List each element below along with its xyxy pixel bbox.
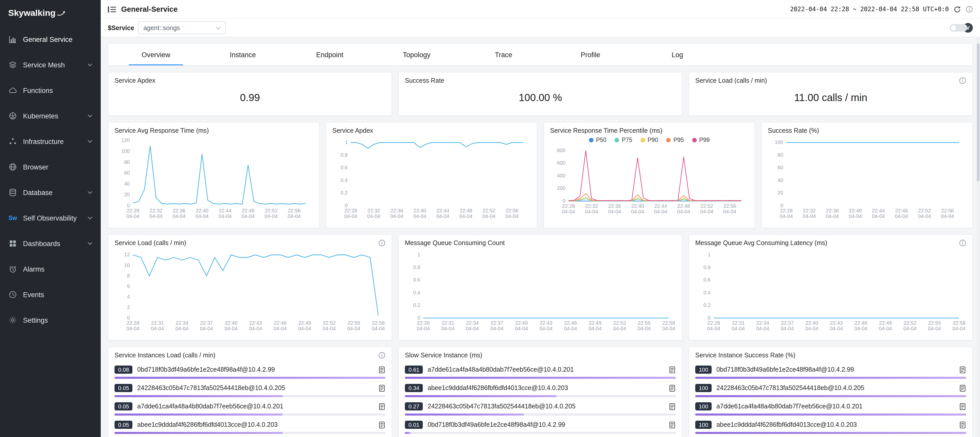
instance-name[interactable]: abee1c9dddaf4f6286fbf6dfd4013cce@10.4.0.… [137, 421, 374, 428]
instance-name[interactable]: 0bd718f0b3df49a6bfe1e2ce48f98a4f@10.4.2.… [716, 366, 955, 373]
copy-icon[interactable] [378, 402, 385, 410]
scrollbar-thumb[interactable] [977, 43, 980, 181]
metric-card-success-rate: Success Rate100.00 % [398, 72, 682, 116]
refresh-icon[interactable] [953, 5, 961, 13]
svg-text:22:56: 22:56 [723, 203, 736, 209]
svg-text:04-04: 04-04 [274, 326, 286, 331]
tab-topology[interactable]: Topology [373, 44, 460, 65]
sidebar-item-database[interactable]: Database [0, 180, 101, 205]
header-info-icon[interactable] [966, 6, 973, 13]
legend-item-p50[interactable]: P50 [589, 137, 606, 143]
copy-icon[interactable] [959, 366, 966, 374]
service-filter-label: $Service [108, 24, 134, 32]
page-scrollbar[interactable] [977, 37, 980, 437]
service-select[interactable]: agent::songs [138, 21, 226, 34]
sidebar-item-infrastructure[interactable]: Infrastructure [0, 129, 101, 154]
list-item-line: 0.61a7dde61ca4fa48a4b80dab7f7eeb56ce@10.… [405, 364, 676, 375]
instance-name[interactable]: abee1c9dddaf4f6286fbf6dfd4013cce@10.4.0.… [716, 421, 955, 428]
copy-icon[interactable] [378, 384, 385, 392]
legend-label: P50 [596, 137, 606, 143]
tab-instance[interactable]: Instance [199, 44, 286, 65]
svg-text:22:34: 22:34 [466, 320, 479, 326]
copy-icon[interactable] [669, 366, 676, 374]
info-icon[interactable] [378, 352, 385, 359]
tab-endpoint[interactable]: Endpoint [286, 44, 373, 65]
sidebar-item-alarms[interactable]: Alarms [0, 256, 101, 282]
progress-track [115, 432, 385, 434]
sidebar-item-label: Alarms [23, 265, 45, 273]
copy-icon[interactable] [378, 421, 385, 429]
tab-log[interactable]: Log [634, 44, 721, 65]
dashboard-content: OverviewInstanceEndpointTopologyTracePro… [101, 37, 980, 437]
info-icon[interactable] [959, 77, 966, 84]
instance-name[interactable]: 0bd718f0b3df49a6bfe1e2ce48f98a4f@10.4.2.… [137, 366, 374, 373]
legend-item-p95[interactable]: P95 [666, 137, 684, 143]
instance-name[interactable]: a7dde61ca4fa48a4b80dab7f7eeb56ce@10.4.0.… [137, 403, 374, 410]
legend-item-p90[interactable]: P90 [641, 137, 658, 143]
svg-text:0: 0 [345, 203, 348, 208]
svg-text:04-04: 04-04 [242, 214, 255, 219]
sidebar-item-self-observability[interactable]: SwSelf Observability [0, 205, 101, 231]
version-toggle[interactable]: V [950, 23, 973, 33]
copy-icon[interactable] [959, 421, 966, 429]
chart-card-message-queue-consuming-count: Message Queue Consuming Count00.20.40.60… [398, 234, 682, 340]
svg-text:22:49: 22:49 [589, 320, 601, 326]
metric-card-service-load-calls-min: Service Load (calls / min)11.00 calls / … [689, 72, 973, 116]
info-icon[interactable] [378, 239, 385, 247]
list-item: 0.0524228463c05b47c7813fa502544418eb@10.… [115, 382, 385, 397]
chart-card-service-load-calls-min: Service Load (calls / min)02468101222:28… [108, 234, 392, 340]
collapse-sidebar-icon[interactable] [108, 6, 116, 13]
instance-name[interactable]: 24228463c05b47c7813fa502544418eb@10.4.0.… [428, 403, 664, 410]
tab-trace[interactable]: Trace [460, 44, 547, 65]
sidebar-item-kubernetes[interactable]: Kubernetes [0, 103, 101, 129]
progress-track [695, 377, 966, 379]
card-title-row: Service Apdex [332, 127, 531, 134]
svg-text:04-04: 04-04 [264, 214, 278, 219]
copy-icon[interactable] [959, 384, 966, 392]
chart-canvas: 00.20.40.60.8122:2804-0422:3104-0422:340… [405, 248, 676, 333]
sidebar-item-label: Database [23, 188, 52, 196]
instance-name[interactable]: 0bd718f0b3df49a6bfe1e2ce48f98a4f@10.4.2.… [428, 421, 664, 428]
tab-overview[interactable]: Overview [113, 44, 199, 65]
value-badge: 100 [695, 421, 712, 429]
chevron-down-icon [88, 114, 92, 117]
svg-text:22:52: 22:52 [265, 208, 278, 214]
tab-profile[interactable]: Profile [547, 44, 634, 65]
chart-title: Service Apdex [332, 127, 373, 134]
legend-item-p75[interactable]: P75 [615, 137, 632, 143]
sidebar-item-dashboards[interactable]: Dashboards [0, 231, 101, 256]
copy-icon[interactable] [959, 402, 966, 410]
svg-text:0.8: 0.8 [340, 152, 348, 158]
sidebar-item-general-service[interactable]: General Service [0, 27, 101, 52]
series-apdex [351, 142, 523, 148]
sidebar-item-functions[interactable]: Functions [0, 78, 101, 103]
dots-icon [8, 137, 18, 146]
svg-text:0.4: 0.4 [703, 290, 711, 295]
svg-text:22:28: 22:28 [562, 203, 575, 209]
chart-card-service-avg-response-time-ms: Service Avg Response Time (ms)0204060801… [108, 122, 320, 228]
instance-name[interactable]: 24228463c05b47c7813fa502544418eb@10.4.0.… [137, 385, 374, 391]
instance-name[interactable]: 24228463c05b47c7813fa502544418eb@10.4.0.… [716, 385, 955, 391]
svg-text:04-04: 04-04 [505, 214, 519, 219]
sidebar-item-browser[interactable]: Browser [0, 154, 101, 180]
value-badge: 0.05 [115, 421, 133, 429]
copy-icon[interactable] [669, 402, 676, 410]
sidebar-item-events[interactable]: Events [0, 282, 101, 307]
sidebar-item-settings[interactable]: Settings [0, 307, 101, 333]
copy-icon[interactable] [378, 366, 385, 374]
toggle-track[interactable] [950, 24, 967, 32]
app-logo[interactable]: Skywalking [0, 0, 101, 27]
instance-name[interactable]: a7dde61ca4fa48a4b80dab7f7eeb56ce@10.4.0.… [428, 366, 664, 373]
sidebar-item-service-mesh[interactable]: Service Mesh [0, 52, 101, 78]
copy-icon[interactable] [669, 384, 676, 392]
svg-text:80: 80 [778, 152, 783, 158]
svg-text:22:32: 22:32 [150, 208, 162, 214]
time-range[interactable]: 2022-04-04 22:28 ~ 2022-04-04 22:58 UTC+… [790, 6, 949, 13]
copy-icon[interactable] [669, 421, 676, 429]
info-icon[interactable] [959, 239, 966, 247]
value-badge: 100 [695, 366, 712, 374]
legend-item-p99[interactable]: P99 [692, 137, 710, 143]
instance-name[interactable]: a7dde61ca4fa48a4b80dab7f7eeb56ce@10.4.0.… [716, 403, 955, 410]
sidebar-item-label: Settings [23, 316, 48, 324]
instance-name[interactable]: abee1c9dddaf4f6286fbf6dfd4013cce@10.4.0.… [428, 385, 664, 391]
